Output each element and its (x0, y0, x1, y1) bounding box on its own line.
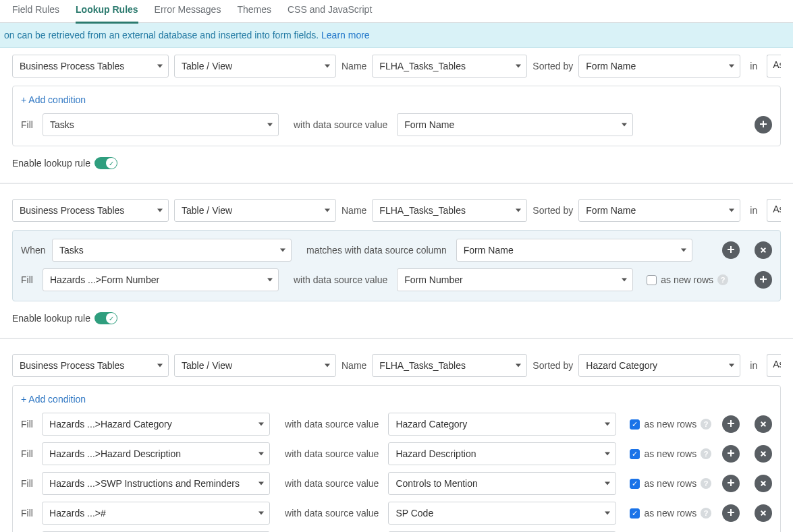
lookup-rule: Business Process TablesTable / ViewNameF… (0, 192, 793, 339)
help-icon[interactable]: ? (701, 508, 711, 519)
add-fill-button[interactable] (755, 116, 772, 134)
help-icon[interactable]: ? (701, 478, 711, 489)
as-new-rows-checkbox[interactable] (630, 479, 640, 489)
label: Sorted by (532, 360, 573, 371)
label: with data source value (285, 419, 379, 430)
label: in (750, 61, 757, 71)
label: Name (341, 360, 366, 371)
tableview-select[interactable]: Table / View (174, 354, 336, 377)
lookup-rule: Business Process TablesTable / ViewNameF… (0, 347, 793, 532)
label: with data source value (294, 274, 387, 285)
as-new-rows-checkbox[interactable] (630, 419, 640, 430)
add-condition-link[interactable]: + Add condition (21, 394, 86, 405)
source-select[interactable]: Business Process Tables (12, 55, 169, 78)
sortedby-select[interactable]: Hazard Category (578, 354, 740, 377)
as-new-rows-checkbox[interactable] (647, 275, 657, 285)
label: in (750, 360, 757, 371)
label: Fill (21, 419, 36, 430)
help-icon[interactable]: ? (717, 274, 728, 285)
add-condition-link[interactable]: + Add condition (21, 94, 86, 105)
tableview-select[interactable]: Table / View (174, 199, 336, 222)
conditions-box: WhenTasksmatches with data source column… (12, 230, 781, 301)
label: Fill (21, 448, 36, 459)
remove-fill-button[interactable] (755, 504, 772, 522)
fill-value-select[interactable]: Hazard Description (388, 442, 616, 465)
remove-fill-button[interactable] (755, 475, 772, 492)
remove-fill-button[interactable] (755, 415, 772, 433)
fill-value-select[interactable]: Form Number (397, 268, 633, 291)
enable-rule-toggle[interactable] (94, 312, 117, 324)
tab-css-javascript[interactable]: CSS and JavaScript (288, 0, 372, 22)
name-select[interactable]: FLHA_Tasks_Tables (372, 199, 527, 222)
fill-field-select[interactable]: Hazards ...># (42, 502, 270, 525)
sortedby-select[interactable]: Form Name (578, 55, 740, 78)
order-select[interactable]: As (767, 199, 781, 222)
remove-fill-button[interactable] (755, 445, 772, 463)
add-fill-button[interactable] (722, 475, 740, 492)
tab-field-rules[interactable]: Field Rules (12, 0, 59, 22)
fill-field-select[interactable]: Hazards ...>SWP Instructions and Reminde… (42, 472, 270, 495)
label: with data source value (294, 119, 387, 130)
sortedby-select[interactable]: Form Name (578, 199, 740, 222)
name-select[interactable]: FLHA_Tasks_Tables (372, 55, 527, 78)
label: Fill (21, 508, 36, 519)
label: When (21, 245, 47, 256)
fill-field-select[interactable]: Tasks (43, 113, 279, 136)
fill-field-select[interactable]: Hazards ...>Hazard Description (42, 442, 270, 465)
label: Fill (21, 119, 37, 130)
source-select[interactable]: Business Process Tables (12, 199, 169, 222)
add-fill-button[interactable] (755, 271, 772, 289)
label: Sorted by (532, 61, 573, 71)
fill-value-select[interactable]: Form Name (397, 113, 633, 136)
when-column-select[interactable]: Form Name (456, 239, 692, 262)
fill-field-select[interactable]: Hazards ...>Form Number (43, 268, 279, 291)
enable-rule-label: Enable lookup rule (12, 158, 90, 169)
order-select[interactable]: As (767, 354, 781, 377)
enable-rule-label: Enable lookup rule (12, 313, 90, 324)
label: Fill (21, 478, 36, 489)
when-field-select[interactable]: Tasks (52, 239, 292, 262)
help-icon[interactable]: ? (701, 448, 711, 459)
label: with data source value (285, 478, 379, 489)
label: Fill (21, 274, 37, 285)
info-banner: on can be retrieved from an external dat… (0, 23, 793, 48)
remove-condition-button[interactable] (755, 241, 772, 259)
help-icon[interactable]: ? (701, 419, 711, 430)
as-new-rows-label: as new rows (644, 448, 696, 459)
tabs-bar: Field Rules Lookup Rules Error Messages … (0, 0, 793, 23)
source-select[interactable]: Business Process Tables (12, 354, 169, 377)
as-new-rows-label: as new rows (644, 508, 696, 519)
tableview-select[interactable]: Table / View (174, 55, 336, 78)
as-new-rows-label: as new rows (661, 274, 713, 285)
tab-error-messages[interactable]: Error Messages (155, 0, 221, 22)
label: Name (341, 205, 366, 216)
learn-more-link[interactable]: Learn more (321, 30, 370, 40)
add-fill-button[interactable] (722, 445, 740, 463)
tab-themes[interactable]: Themes (237, 0, 271, 22)
fill-value-select[interactable]: Controls to Mention (388, 472, 616, 495)
label: Sorted by (532, 205, 573, 216)
as-new-rows-label: as new rows (644, 419, 696, 430)
label: with data source value (285, 448, 379, 459)
add-condition-button[interactable] (722, 241, 740, 259)
lookup-rule: Business Process TablesTable / ViewNameF… (0, 48, 793, 184)
enable-rule-toggle[interactable] (94, 157, 117, 169)
as-new-rows-label: as new rows (644, 478, 696, 489)
tab-lookup-rules[interactable]: Lookup Rules (76, 0, 138, 24)
as-new-rows-checkbox[interactable] (630, 508, 640, 519)
label: Name (341, 61, 366, 71)
label: in (750, 205, 757, 216)
label: matches with data source column (306, 245, 447, 256)
fill-value-select[interactable]: Hazard Category (388, 413, 616, 436)
fill-field-select[interactable]: Hazards ...>Hazard Category (42, 413, 270, 436)
name-select[interactable]: FLHA_Tasks_Tables (372, 354, 527, 377)
fill-value-select[interactable]: SP Code (388, 502, 616, 525)
banner-text: on can be retrieved from an external dat… (4, 30, 321, 40)
order-select[interactable]: As (767, 55, 781, 78)
conditions-box: + Add conditionFillTaskswith data source… (12, 86, 781, 146)
as-new-rows-checkbox[interactable] (630, 449, 640, 459)
add-fill-button[interactable] (722, 504, 740, 522)
label: with data source value (285, 508, 379, 519)
conditions-box: + Add conditionFillHazards ...>Hazard Ca… (12, 385, 781, 532)
add-fill-button[interactable] (722, 415, 740, 433)
